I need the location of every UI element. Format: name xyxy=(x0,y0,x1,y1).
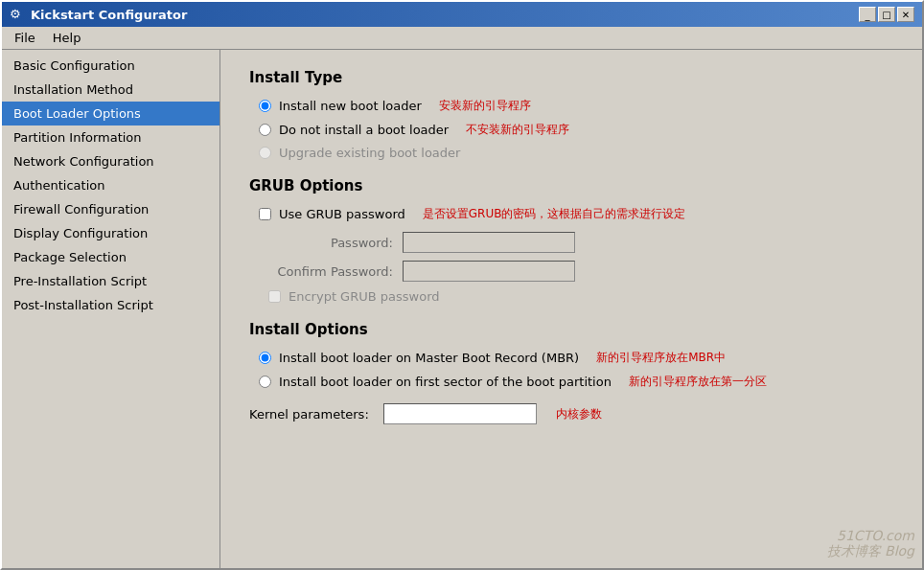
install-type-radio-group: Install new boot loader 安装新的引导程序 Do not … xyxy=(259,98,893,160)
main-window: ⚙ Kickstart Configurator _ □ ✕ File Help… xyxy=(0,0,924,570)
window-controls: _ □ ✕ xyxy=(859,7,914,22)
radio-mbr-label: Install boot loader on Master Boot Recor… xyxy=(279,351,579,365)
sidebar-item-post-install-script[interactable]: Post-Installation Script xyxy=(2,293,219,317)
checkbox-encrypt-grub xyxy=(268,290,281,303)
app-icon: ⚙ xyxy=(10,7,25,22)
install-options-title: Install Options xyxy=(249,321,893,338)
sidebar-item-partition-info[interactable]: Partition Information xyxy=(2,125,219,149)
encrypt-grub-row: Encrypt GRUB password xyxy=(268,289,893,304)
grub-password-label: Use GRUB password xyxy=(279,207,405,221)
install-mbr-row: Install boot loader on Master Boot Recor… xyxy=(259,350,893,366)
close-button[interactable]: ✕ xyxy=(897,7,914,22)
radio-upgrade-label: Upgrade existing boot loader xyxy=(279,146,460,160)
sidebar-item-authentication[interactable]: Authentication xyxy=(2,173,219,197)
mbr-annotation: 新的引导程序放在MBR中 xyxy=(596,350,726,366)
sidebar-item-firewall-config[interactable]: Firewall Configuration xyxy=(2,197,219,221)
title-bar: ⚙ Kickstart Configurator _ □ ✕ xyxy=(2,2,922,27)
radio-no-install[interactable] xyxy=(259,124,271,136)
radio-no-install-label: Do not install a boot loader xyxy=(279,123,449,137)
radio-upgrade xyxy=(259,147,271,159)
confirm-password-row: Confirm Password: xyxy=(268,261,893,282)
password-field-label: Password: xyxy=(268,236,393,250)
password-input[interactable] xyxy=(403,232,575,253)
kernel-parameters-row: Kernel parameters: 内核参数 xyxy=(249,403,893,424)
grub-options-section: GRUB Options Use GRUB password 是否设置GRUB的… xyxy=(249,177,893,304)
sidebar-item-package-selection[interactable]: Package Selection xyxy=(2,245,219,269)
install-options-radio-group: Install boot loader on Master Boot Recor… xyxy=(259,350,893,390)
radio-first-sector-label: Install boot loader on first sector of t… xyxy=(279,375,612,389)
content-area: Basic Configuration Installation Method … xyxy=(2,50,922,568)
sidebar-item-display-config[interactable]: Display Configuration xyxy=(2,221,219,245)
checkbox-use-grub-password[interactable] xyxy=(259,208,271,220)
maximize-button[interactable]: □ xyxy=(878,7,895,22)
sidebar-item-pre-install-script[interactable]: Pre-Installation Script xyxy=(2,269,219,293)
menu-file[interactable]: File xyxy=(6,28,44,48)
kernel-annotation: 内核参数 xyxy=(556,406,602,422)
install-type-row-no-install: Do not install a boot loader 不安装新的引导程序 xyxy=(259,122,893,138)
install-type-row-upgrade: Upgrade existing boot loader xyxy=(259,146,893,160)
radio-mbr[interactable] xyxy=(259,352,271,364)
menu-bar: File Help xyxy=(2,27,922,50)
first-sector-annotation: 新的引导程序放在第一分区 xyxy=(629,374,767,390)
radio-first-sector[interactable] xyxy=(259,376,271,388)
install-new-annotation: 安装新的引导程序 xyxy=(439,98,531,114)
title-bar-left: ⚙ Kickstart Configurator xyxy=(10,7,187,22)
install-options-section: Install Options Install boot loader on M… xyxy=(249,321,893,424)
install-type-row-new: Install new boot loader 安装新的引导程序 xyxy=(259,98,893,114)
sidebar-item-basic-config[interactable]: Basic Configuration xyxy=(2,54,219,78)
password-row: Password: xyxy=(268,232,893,253)
install-type-title: Install Type xyxy=(249,69,893,86)
sidebar-item-network-config[interactable]: Network Configuration xyxy=(2,149,219,173)
sidebar-item-install-method[interactable]: Installation Method xyxy=(2,78,219,102)
install-first-sector-row: Install boot loader on first sector of t… xyxy=(259,374,893,390)
radio-install-new-label: Install new boot loader xyxy=(279,99,422,113)
kernel-parameters-label: Kernel parameters: xyxy=(249,407,374,422)
grub-options-title: GRUB Options xyxy=(249,177,893,194)
confirm-password-input[interactable] xyxy=(403,261,575,282)
sidebar: Basic Configuration Installation Method … xyxy=(2,50,220,568)
encrypt-grub-label: Encrypt GRUB password xyxy=(289,289,440,304)
minimize-button[interactable]: _ xyxy=(859,7,876,22)
confirm-password-field-label: Confirm Password: xyxy=(268,264,393,279)
no-install-annotation: 不安装新的引导程序 xyxy=(466,122,569,138)
radio-install-new[interactable] xyxy=(259,100,271,112)
grub-password-row: Use GRUB password 是否设置GRUB的密码，这根据自己的需求进行… xyxy=(259,206,893,222)
install-type-section: Install Type Install new boot loader 安装新… xyxy=(249,69,893,160)
grub-password-annotation: 是否设置GRUB的密码，这根据自己的需求进行设定 xyxy=(423,206,686,222)
window-title: Kickstart Configurator xyxy=(31,8,187,22)
sidebar-item-boot-loader[interactable]: Boot Loader Options xyxy=(2,102,219,125)
menu-help[interactable]: Help xyxy=(44,28,90,48)
main-content-panel: Install Type Install new boot loader 安装新… xyxy=(220,50,922,568)
kernel-parameters-input[interactable] xyxy=(383,403,537,424)
